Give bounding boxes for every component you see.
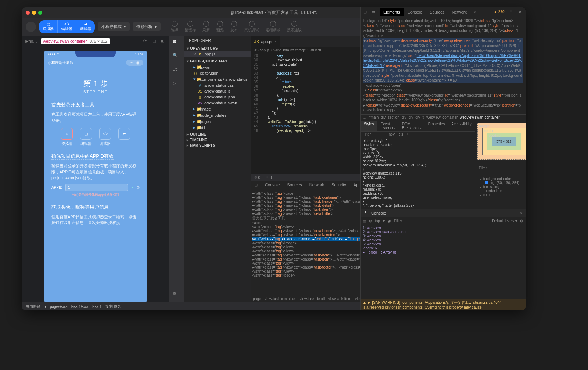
appid-check-icon[interactable]: ✓ — [131, 186, 134, 190]
rtab-elements[interactable]: Elements — [380, 8, 404, 16]
pill-simulator[interactable]: ▢模拟器 — [39, 20, 57, 33]
box-model[interactable]: margin border padding 375 × 812 — [477, 123, 526, 160]
tab-security[interactable]: Security — [328, 181, 350, 190]
rtab-network[interactable]: Network — [448, 8, 470, 16]
tab-sources[interactable]: Sources — [283, 181, 305, 190]
open-editors-header[interactable]: OPEN EDITORS — [184, 46, 251, 51]
file-image[interactable]: ▸ 📁image — [184, 106, 251, 112]
capsule-button[interactable]: ⋯◎ — [126, 60, 143, 66]
preview-button[interactable]: 预览 — [216, 21, 224, 33]
cls-button[interactable]: .cls — [398, 132, 403, 136]
rstab-styles[interactable]: Styles — [361, 121, 377, 131]
rtab-more[interactable]: » — [470, 8, 480, 16]
devtools-menu-icon[interactable]: ⋮ — [508, 10, 514, 14]
refresh-button[interactable]: 刷新 — [202, 21, 210, 33]
computed-list[interactable]: ▸ background-color rgb(50, 136, 254) ▸ b… — [477, 176, 526, 198]
computed-filter-input[interactable] — [479, 166, 526, 170]
styles-filter-input[interactable] — [363, 132, 385, 136]
pill-debugger[interactable]: ⇄调试器 — [76, 20, 95, 33]
scm-icon[interactable]: ⎇ — [173, 67, 181, 75]
open-file[interactable]: ×JSapp.js — [184, 51, 251, 57]
npm-scripts-header[interactable]: NPM SCRIPTS — [184, 143, 251, 148]
analysis-select[interactable]: 依赖分析▾ — [133, 22, 161, 31]
file-components / arrow-status[interactable]: ▾ 📂components / arrow-status — [184, 76, 251, 82]
path-actions[interactable]: 复制 预览 — [105, 304, 121, 309]
window-min-dot[interactable] — [32, 11, 36, 15]
console-settings-icon[interactable]: ⚙ — [520, 219, 523, 223]
mode-select[interactable]: 小程序模式▾ — [98, 22, 130, 31]
dom-breadcrumb[interactable]: … #main div section div div div #_webvie… — [361, 114, 526, 121]
tab-console[interactable]: Console — [261, 181, 283, 190]
context-select[interactable]: top — [375, 219, 380, 223]
dom-tree[interactable]: background-3" style="position: absolute;… — [361, 17, 526, 114]
appid-refresh-icon[interactable]: ⟳ — [137, 186, 140, 190]
remote-debug-button[interactable]: 远程调试 — [266, 21, 280, 33]
cube-icon[interactable]: ◫ — [152, 39, 157, 44]
rstab-listeners[interactable]: Event Listeners — [377, 121, 399, 131]
icon-simulator: ☺模拟器 — [61, 128, 73, 146]
file-.swan[interactable]: ▸ 📁.swan — [184, 64, 251, 70]
inspect-toggle-icon[interactable]: ⊡ — [251, 181, 261, 190]
hov-button[interactable]: :hov — [388, 132, 395, 136]
console-filter-input[interactable] — [394, 219, 489, 223]
clear-console-icon[interactable]: ⊘ — [369, 219, 372, 223]
sec2-text: 确保当前登录的开发者账号有该小程序的开发权限，APPID可在项目信息面板、项目导… — [51, 163, 140, 181]
file-pages[interactable]: ▸ 📁pages — [184, 118, 251, 125]
explorer-icon[interactable]: 🗎 — [173, 39, 181, 47]
rstab-a11y[interactable]: Accessibility — [448, 121, 474, 131]
user-avatar[interactable] — [26, 22, 36, 32]
search-icon[interactable]: 🔍 — [173, 53, 181, 61]
window-close-dot[interactable] — [26, 11, 30, 15]
levels-select[interactable]: Default levels ▾ — [492, 219, 517, 223]
devtools-close-icon[interactable]: × — [517, 10, 523, 14]
rstab-properties[interactable]: Properties — [425, 121, 448, 131]
phone-nav: 小程序新手教程 ⋯◎ — [44, 57, 147, 68]
console-output[interactable]: 1: webview2: webview.swan-container3: we… — [361, 225, 526, 300]
search-suggest-button[interactable]: 搜索建议 — [287, 21, 302, 33]
device-debug-button[interactable]: 真机调试 — [244, 21, 259, 33]
file-node_modules[interactable]: ▸ 📁node_modules — [184, 112, 251, 118]
appid-label: APPID — [51, 186, 62, 190]
page-path[interactable]: pages/swan-task-1/swan-task-1 — [50, 305, 102, 309]
console-sidebar-icon[interactable]: ▤ — [363, 219, 366, 223]
appid-input[interactable]: 1 — [65, 184, 128, 191]
device-icon[interactable]: ▭ — [372, 10, 377, 15]
settings-icon[interactable]: ⚙ — [173, 291, 181, 299]
view-toggle-pill: ▢模拟器 </>编辑器 ⇄调试器 — [39, 20, 95, 33]
window-max-dot[interactable] — [38, 11, 42, 15]
activity-bar: 🗎 🔍 ⎇ ▷ ⚙ — [169, 36, 184, 302]
device-label[interactable]: iPho… — [25, 39, 37, 43]
warning-badge[interactable]: ▲ 270 — [494, 10, 504, 14]
timeline-header[interactable]: TIMELINE — [184, 137, 251, 143]
editor-tab-appjs[interactable]: JSapp.js× — [251, 36, 281, 47]
clear-cache-button[interactable]: 清缓存 — [185, 21, 196, 33]
rotate-icon[interactable]: ⟳ — [143, 39, 148, 44]
project-header[interactable]: GUIDE-QUICK-START — [184, 58, 251, 64]
file-arrow-status.json[interactable]: {}arrow-status.json — [184, 94, 251, 100]
close-tab-icon[interactable]: × — [274, 39, 276, 44]
icon-debugger: </>调试器 — [99, 128, 111, 146]
rtab-console[interactable]: Console — [404, 8, 426, 16]
eye-icon[interactable]: ◉ — [388, 219, 391, 223]
icon-editor: ▢编辑器 — [80, 128, 92, 146]
rstab-breakpoints[interactable]: DOM Breakpoints — [399, 121, 425, 131]
pill-editor[interactable]: </>编辑器 — [57, 20, 76, 33]
explorer-title: EXPLORER — [184, 36, 251, 45]
inspect-icon[interactable]: ⊡ — [363, 10, 369, 15]
add-rule-icon[interactable]: + — [406, 132, 408, 136]
rtab-sources[interactable]: Sources — [426, 8, 448, 16]
tab-network[interactable]: Network — [306, 181, 328, 190]
file-arrow-status.swan[interactable]: <>arrow-status.swan — [184, 100, 251, 106]
file-util[interactable]: ▸ 📁util — [184, 125, 251, 131]
publish-button[interactable]: 发布 — [230, 21, 238, 33]
phone-simulator[interactable]: ●●●● ⌃11:18100% 小程序新手教程 ⋯◎ 第 1 步 STEP ON… — [44, 51, 147, 302]
debug-icon[interactable]: ▷ — [173, 81, 181, 89]
dock-icon[interactable]: ⊞ — [161, 39, 166, 44]
console-close-icon[interactable]: × — [520, 211, 523, 215]
file-arrow-status.css[interactable]: #arrow-status.css — [184, 82, 251, 88]
outline-header[interactable]: OUTLINE — [184, 132, 251, 137]
file-editor.json[interactable]: {}editor.json — [184, 70, 251, 76]
console-drawer-title: Console — [371, 211, 386, 215]
compile-button[interactable]: 编译 — [171, 21, 178, 33]
file-arrow-status.js[interactable]: JSarrow-status.js — [184, 88, 251, 94]
